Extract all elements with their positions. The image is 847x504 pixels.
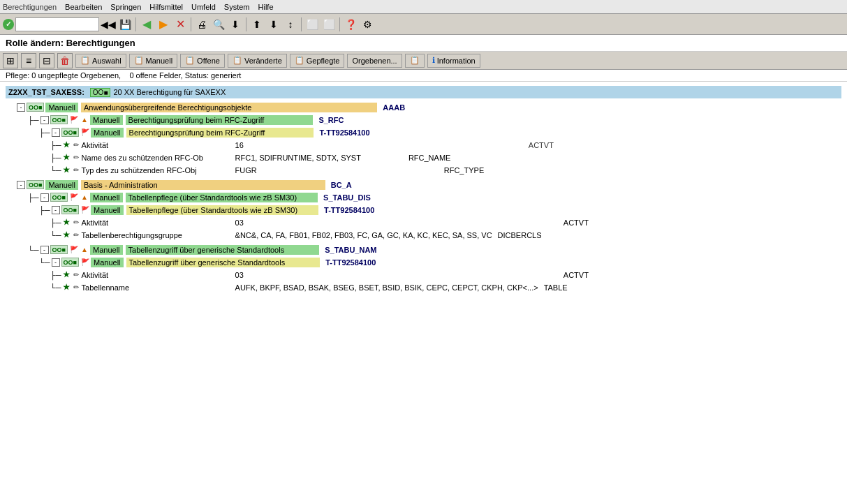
gepflegte-button[interactable]: 📋 Gepflegte bbox=[290, 54, 345, 68]
pencil-rfctype[interactable]: ✏ bbox=[71, 165, 81, 175]
pencil-actvt-tabu-dis[interactable]: ✏ bbox=[71, 218, 81, 228]
tech-s-tabu-dis: S_TABU_DIS bbox=[323, 193, 371, 202]
expand-t-rfc[interactable]: - bbox=[52, 128, 60, 137]
menu-springen[interactable]: Springen bbox=[110, 3, 141, 11]
main-content: Z2XX_TST_SAXESS: OO■ 20 XX Berechtigung … bbox=[0, 82, 847, 498]
oo-badge-s-rfc: OO■ bbox=[50, 115, 68, 124]
value-rfcname: RFC1, SDIFRUNTIME, SDTX, SYST bbox=[235, 154, 361, 162]
pencil-actvt-tabu-nam[interactable]: ✏ bbox=[71, 270, 81, 280]
menu-umfeld[interactable]: Umfeld bbox=[191, 3, 216, 11]
find-next-button[interactable]: ⬇ bbox=[228, 17, 243, 32]
tech-t-rfc: T-TT92584100 bbox=[319, 128, 369, 137]
value-actvt-tabu-dis: 03 bbox=[235, 218, 244, 227]
menu-system[interactable]: System bbox=[224, 3, 250, 11]
flag-icon-s-tabu-dis: 🚩 bbox=[69, 193, 79, 202]
menu-hilfe[interactable]: Hilfe bbox=[258, 3, 274, 11]
oo-badge-t-tabu-nam: OO■ bbox=[61, 258, 79, 267]
save-button[interactable]: 💾 bbox=[117, 17, 133, 32]
status-count2: 0 bbox=[129, 71, 133, 80]
flag-icon-t-tabu-nam: 🚩 bbox=[80, 258, 90, 267]
manuell-button[interactable]: 📋 Manuell bbox=[129, 54, 178, 68]
connector-t-tabu-nam: └─ bbox=[39, 258, 50, 267]
find-button[interactable]: 🔍 bbox=[211, 17, 226, 32]
print-button[interactable]: 🖨 bbox=[194, 17, 209, 32]
table-view-button[interactable]: ⊞ bbox=[3, 53, 18, 68]
orgebenen-label: Orgebenen... bbox=[352, 57, 397, 65]
orgebenen-button[interactable]: Orgebenen... bbox=[347, 54, 402, 68]
expand-bca[interactable]: - bbox=[17, 181, 25, 189]
value-rfctype: FUGR bbox=[235, 166, 257, 175]
sep-5 bbox=[339, 17, 340, 31]
object-t-tabu-dis: ├─ - OO■ 🚩 Manuell Tabellenpflege (über … bbox=[6, 204, 841, 216]
help-button[interactable]: ❓ bbox=[343, 17, 358, 32]
expand-s-tabu-dis[interactable]: - bbox=[40, 193, 49, 202]
pencil-dicbercls[interactable]: ✏ bbox=[71, 230, 81, 240]
field-actvt-tabu-dis: ├─ ★ ✏ Aktivität 03 ACTVT bbox=[6, 216, 841, 228]
connector-s-tabu-nam: └─ bbox=[28, 246, 39, 254]
updown-button[interactable]: ↕ bbox=[283, 17, 298, 32]
menu-hilfsmittel[interactable]: Hilfsmittel bbox=[149, 3, 183, 11]
page-title: Rolle ändern: Berechtigungen bbox=[0, 35, 847, 52]
connector-table: └─ bbox=[50, 283, 61, 292]
bullet-actvt-tabu-nam: ★ bbox=[63, 270, 70, 279]
manual-label-s-tabu-nam: Manuell bbox=[90, 245, 123, 255]
expand-t-tabu-nam[interactable]: - bbox=[52, 258, 60, 267]
information-label: Information bbox=[437, 57, 476, 65]
cancel-button[interactable]: ✕ bbox=[172, 17, 188, 32]
oo-badge-bca: OO■ bbox=[27, 180, 44, 189]
veranderte-icon: 📋 bbox=[233, 56, 242, 65]
extra-icon: 📋 bbox=[410, 56, 420, 65]
menu-bar: Berechtigungen Bearbeiten Springen Hilfs… bbox=[0, 0, 847, 14]
expand-t-tabu-dis[interactable]: - bbox=[52, 206, 60, 214]
flag-icon-t-tabu-dis: 🚩 bbox=[80, 205, 90, 215]
layout-btn2[interactable]: ⬜ bbox=[321, 17, 337, 32]
desc-s-tabu-dis: Tabellenpflege (über Standardtools wie z… bbox=[126, 193, 318, 202]
bullet-rfcname: ★ bbox=[63, 153, 70, 162]
collapse-button[interactable]: ⬇ bbox=[266, 17, 281, 32]
layout-btn1[interactable]: ⬜ bbox=[304, 17, 320, 32]
object-t-rfc: ├─ - OO■ 🚩 Manuell Berechtigungsprüfung … bbox=[6, 126, 841, 138]
gepflegte-label: Gepflegte bbox=[307, 57, 340, 65]
menu-bearbeiten[interactable]: Bearbeiten bbox=[65, 3, 102, 11]
pencil-actvt-rfc[interactable]: ✏ bbox=[71, 140, 81, 150]
manuell-label: Manuell bbox=[146, 57, 173, 65]
flag-icon-s-rfc: 🚩 bbox=[69, 115, 79, 125]
field-table: └─ ★ ✏ Tabellenname AUFK, BKPF, BSAD, BS… bbox=[6, 281, 841, 293]
name-actvt-rfc: Aktivität bbox=[82, 141, 235, 149]
command-dropdown[interactable] bbox=[15, 17, 99, 31]
field-actvt-tabu-nam: ├─ ★ ✏ Aktivität 03 ACTVT bbox=[6, 269, 841, 281]
back-button[interactable]: ◀ bbox=[139, 17, 154, 32]
back-back-button[interactable]: ◀◀ bbox=[101, 17, 116, 32]
desc-t-rfc: Berechtigungsprüfung beim RFC-Zugriff bbox=[126, 128, 314, 138]
export-button[interactable]: ⊟ bbox=[39, 53, 54, 68]
status-ok-icon: ✓ bbox=[3, 19, 14, 30]
information-button[interactable]: ℹ Information bbox=[427, 54, 480, 68]
list-view-button[interactable]: ≡ bbox=[21, 53, 36, 68]
tech-s-tabu-nam: S_TABU_NAM bbox=[325, 246, 376, 254]
offene-button[interactable]: 📋 Offene bbox=[180, 54, 225, 68]
manual-label-s-tabu-dis: Manuell bbox=[90, 193, 123, 202]
expand-aaab[interactable]: - bbox=[17, 103, 25, 112]
value-table: AUFK, BKPF, BSAD, BSAK, BSEG, BSET, BSID… bbox=[235, 283, 538, 292]
toolbar: ✓ ◀◀ 💾 ◀ ▶ ✕ 🖨 🔍 ⬇ ⬆ ⬇ ↕ ⬜ ⬜ ❓ ⚙ bbox=[0, 14, 847, 35]
pencil-rfcname[interactable]: ✏ bbox=[71, 153, 81, 163]
auswahl-button[interactable]: 📋 Auswahl bbox=[75, 54, 126, 68]
name-actvt-tabu-dis: Aktivität bbox=[82, 218, 235, 227]
expand-button[interactable]: ⬆ bbox=[249, 17, 265, 32]
pencil-table[interactable]: ✏ bbox=[71, 283, 81, 292]
auswahl-icon: 📋 bbox=[80, 56, 90, 65]
expand-s-rfc[interactable]: - bbox=[40, 116, 49, 124]
veranderte-button[interactable]: 📋 Veränderte bbox=[228, 54, 287, 68]
role-oo-badge: OO■ bbox=[90, 88, 111, 97]
gepflegte-icon: 📋 bbox=[295, 56, 304, 65]
veranderte-label: Veränderte bbox=[244, 57, 282, 65]
value-actvt-rfc: 16 bbox=[235, 141, 244, 149]
flag-icon-s-tabu-nam: 🚩 bbox=[69, 245, 79, 255]
triangle-icon-s-tabu-dis: ▲ bbox=[80, 193, 89, 202]
settings-button[interactable]: ⚙ bbox=[360, 17, 375, 32]
menu-berechtigungen[interactable]: Berechtigungen bbox=[3, 3, 57, 11]
delete-button[interactable]: 🗑 bbox=[57, 53, 73, 68]
expand-s-tabu-nam[interactable]: - bbox=[40, 246, 49, 254]
forward-button[interactable]: ▶ bbox=[156, 17, 171, 32]
extra-button[interactable]: 📋 bbox=[405, 54, 425, 68]
